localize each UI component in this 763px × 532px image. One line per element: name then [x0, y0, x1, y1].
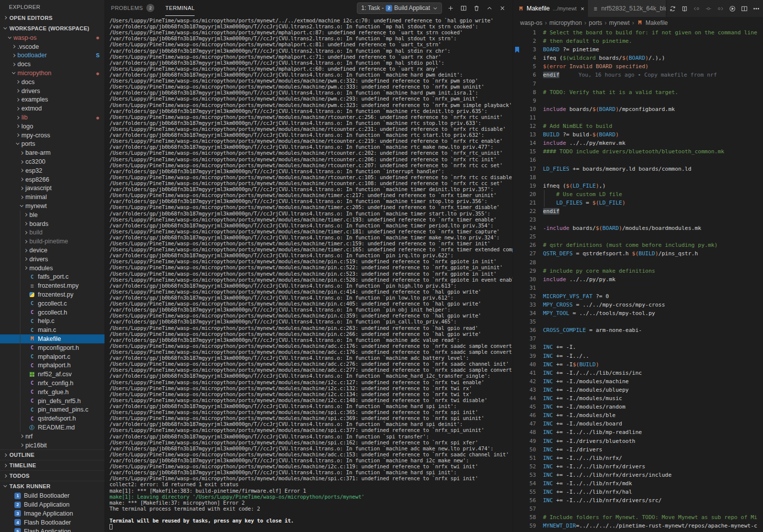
- folder-mpy-cross[interactable]: mpy-cross: [0, 131, 105, 140]
- glyph-margin: [513, 130, 521, 139]
- folder-docs[interactable]: docs: [0, 60, 105, 69]
- file-nrfx-glue-h[interactable]: Cnrfx_glue.h: [0, 388, 105, 397]
- section-timeline[interactable]: TIMELINE: [0, 460, 105, 470]
- file-gccollect-c[interactable]: Cgccollect.c: [0, 299, 105, 308]
- breadcrumb-item-micropython[interactable]: micropython: [549, 19, 582, 26]
- folder-build[interactable]: build: [0, 228, 105, 237]
- folder-cc3200[interactable]: cc3200: [0, 157, 105, 166]
- tab-terminal[interactable]: TERMINAL: [165, 0, 195, 16]
- breadcrumb-item-ports[interactable]: ports: [589, 19, 602, 26]
- open-preview-icon[interactable]: [678, 2, 690, 14]
- folder-esp8266[interactable]: esp8266: [0, 175, 105, 184]
- next-change-icon[interactable]: [714, 2, 726, 14]
- chevron-right-icon: [24, 222, 27, 225]
- code-line: 8# TODO: Verify that it is a valid targe…: [513, 88, 763, 97]
- folder-device[interactable]: device: [0, 246, 105, 255]
- folder-examples[interactable]: examples: [0, 96, 105, 105]
- folder-docs[interactable]: docs: [0, 78, 105, 87]
- file-frozentest-py[interactable]: frozentest.py: [0, 290, 105, 299]
- kill-terminal-icon[interactable]: [470, 1, 483, 14]
- file-frozentest-mpy[interactable]: ≡frozentest.mpy: [0, 281, 105, 290]
- line-number: 41: [521, 369, 536, 377]
- code-text: # TODO: Verify that it is a valid target…: [536, 88, 678, 97]
- file-pin-named-pins-c[interactable]: Cpin_named_pins.c: [0, 405, 105, 414]
- chevron-right-icon: [20, 169, 23, 172]
- file-qstrdefsport-h[interactable]: Cqstrdefsport.h: [0, 414, 105, 423]
- file-nrfx-config-h[interactable]: Cnrfx_config.h: [0, 379, 105, 388]
- file-pin-defs-nrf5-h[interactable]: Cpin_defs_nrf5.h: [0, 397, 105, 406]
- maximize-panel-icon[interactable]: [483, 1, 496, 14]
- folder-build-pinetime[interactable]: build-pinetime: [0, 237, 105, 246]
- terminal-line: /Users/Luppy/PineTime/wasp-os/micropytho…: [109, 126, 513, 132]
- tab-makefile[interactable]: M Makefile .../mynewt ×: [513, 0, 588, 17]
- folder-minimal[interactable]: minimal: [0, 193, 105, 202]
- code-text: INC += -I./modules/machine: [536, 377, 629, 386]
- explorer-sidebar: EXPLORER OPEN EDITORS WORKSPACE (WORKSPA…: [0, 0, 105, 532]
- task-item-build-application[interactable]: 2Build Application: [0, 500, 105, 509]
- folder-extmod[interactable]: extmod: [0, 104, 105, 113]
- task-item-flash-bootloader[interactable]: 4Flash Bootloader: [0, 518, 105, 527]
- folder-micropython[interactable]: micropython●: [0, 69, 105, 78]
- tree-item-label: examples: [21, 96, 48, 103]
- breadcrumb-item-makefile[interactable]: MMakefile: [637, 19, 668, 26]
- file-mphalport-c[interactable]: Cmphalport.c: [0, 352, 105, 361]
- file-makefile[interactable]: MMakefile: [0, 334, 105, 343]
- prev-change-icon[interactable]: [690, 2, 702, 14]
- section-todos[interactable]: TODOS: [0, 470, 105, 481]
- folder-drivers[interactable]: drivers: [0, 87, 105, 96]
- terminal-instance-dropdown[interactable]: 1: Task - 2 Build Applicat: [357, 2, 442, 14]
- task-item-image-application[interactable]: 3Image Application: [0, 509, 105, 518]
- task-item-flash-application[interactable]: 5Flash Application: [0, 527, 105, 532]
- sync-icon[interactable]: [666, 2, 678, 14]
- folder-logo[interactable]: logo: [0, 122, 105, 131]
- run-icon[interactable]: [726, 2, 738, 14]
- file-main-c[interactable]: Cmain.c: [0, 325, 105, 334]
- folder-bootloader[interactable]: bootloaderS: [0, 51, 105, 60]
- folder-pic16bit[interactable]: pic16bit: [0, 441, 105, 450]
- folder--vscode[interactable]: .vscode: [0, 42, 105, 51]
- section-workspace[interactable]: WORKSPACE (WORKSPACE): [0, 23, 105, 33]
- section-outline[interactable]: OUTLINE: [0, 449, 105, 460]
- split-editor-icon[interactable]: [738, 2, 750, 14]
- terminal-line: /Users/Luppy/PineTime/wasp-os/micropytho…: [109, 313, 513, 319]
- glyph-margin: [513, 199, 521, 207]
- close-tab-icon[interactable]: ×: [580, 5, 584, 12]
- terminal-output[interactable]: /Users/Luppy/PineTime/wasp-os/micropytho…: [105, 16, 513, 532]
- file-mphalport-h[interactable]: Cmphalport.h: [0, 361, 105, 370]
- task-item-build-bootloader[interactable]: 1Build Bootloader: [0, 491, 105, 500]
- split-terminal-icon[interactable]: [457, 1, 470, 14]
- file-readme-md[interactable]: iREADME.md: [0, 423, 105, 432]
- code-line: 41INC += -I./../../lib/cmsis/inc: [513, 369, 763, 377]
- folder-modules[interactable]: modules: [0, 264, 105, 273]
- code-editor[interactable]: 1# Select the board to build for: if not…: [513, 28, 763, 532]
- terminal-line: /var/folders/gp/jb0b68fn3b187mgyyrjml3km…: [109, 295, 513, 301]
- file-gccollect-h[interactable]: Cgccollect.h: [0, 308, 105, 317]
- breadcrumb-item-mynewt[interactable]: mynewt: [609, 19, 630, 26]
- new-terminal-icon[interactable]: [444, 1, 457, 14]
- close-panel-icon[interactable]: [496, 1, 509, 14]
- folder-javascript[interactable]: javascript: [0, 184, 105, 193]
- file-fatfs-port-c[interactable]: Cfatfs_port.c: [0, 273, 105, 282]
- folder-ports[interactable]: ports: [0, 140, 105, 149]
- folder-boards[interactable]: boards: [0, 219, 105, 228]
- file-nrf52-af-csv[interactable]: nrf52_af.csv: [0, 370, 105, 379]
- file-help-c[interactable]: Chelp.c: [0, 317, 105, 326]
- breadcrumb-item-wasp-os[interactable]: wasp-os: [520, 19, 543, 26]
- file-mpconfigport-h[interactable]: Cmpconfigport.h: [0, 343, 105, 352]
- folder-mynewt[interactable]: mynewt: [0, 202, 105, 211]
- tab-nrf52832-file[interactable]: ≡ nrf52832_512k_64k_bldr78: [588, 0, 666, 17]
- folder-ble[interactable]: ble: [0, 211, 105, 219]
- more-actions-icon[interactable]: [750, 2, 762, 14]
- section-open-editors[interactable]: OPEN EDITORS: [0, 12, 105, 23]
- folder-lib[interactable]: lib●: [0, 113, 105, 122]
- folder-wasp-os[interactable]: wasp-os●: [0, 33, 105, 42]
- folder-drivers[interactable]: drivers: [0, 255, 105, 264]
- glyph-margin: [513, 369, 521, 377]
- compare-icon[interactable]: [702, 2, 714, 14]
- folder-bare-arm[interactable]: bare-arm: [0, 148, 105, 157]
- folder-esp32[interactable]: esp32: [0, 166, 105, 175]
- folder-nrf[interactable]: nrf: [0, 432, 105, 441]
- code-line: 12# Add NimBLE to build: [513, 122, 763, 130]
- section-task-runner[interactable]: TASK RUNNER: [0, 481, 105, 491]
- tab-problems[interactable]: PROBLEMS 2: [111, 0, 154, 16]
